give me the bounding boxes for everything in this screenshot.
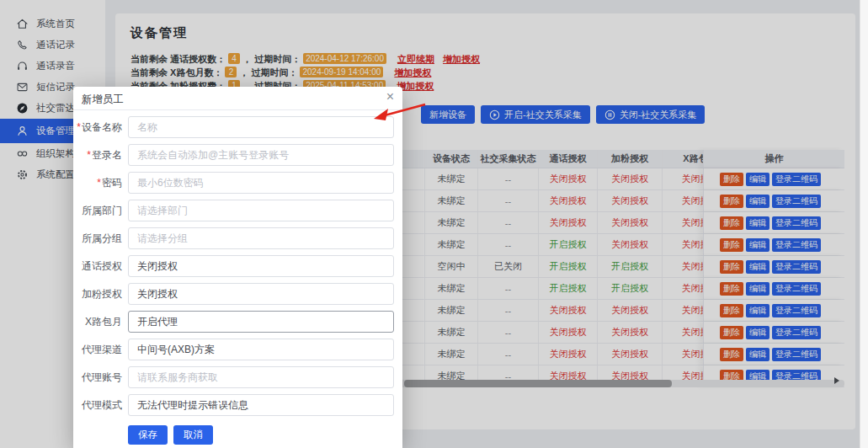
modal-field-row: 代理渠道中间号(AXB)方案 xyxy=(73,339,402,360)
field-label-text: 登录名 xyxy=(92,149,122,161)
field-input-5[interactable]: 请选择分组 xyxy=(128,227,394,249)
field-input-11[interactable]: 无法代理时提示错误信息 xyxy=(128,394,394,416)
field-label: X路包月 xyxy=(73,311,122,333)
modal-footer: 保存 取消 xyxy=(128,425,213,445)
field-label: 加粉授权 xyxy=(73,283,122,305)
field-input-9[interactable]: 中间号(AXB)方案 xyxy=(128,339,394,360)
field-label: *设备名称 xyxy=(73,116,122,138)
field-input-1[interactable]: 名称 xyxy=(128,116,394,138)
field-input-7[interactable]: 关闭授权 xyxy=(128,283,394,305)
cancel-button[interactable]: 取消 xyxy=(173,425,213,445)
field-label: 通话授权 xyxy=(73,255,122,277)
field-label: 所属部门 xyxy=(73,200,122,221)
field-label-text: 所属分组 xyxy=(82,232,122,244)
required-star-icon: * xyxy=(77,121,81,133)
modal-field-row: 代理账号请联系服务商获取 xyxy=(73,366,402,388)
app-window: 系统首页通话记录通话录音短信记录社交雷达设备管理组织架构系统配置 设备管理 当前… xyxy=(0,0,868,448)
field-label-text: X路包月 xyxy=(85,316,122,328)
field-label-text: 设备名称 xyxy=(82,121,122,133)
field-label-text: 所属部门 xyxy=(82,205,122,216)
field-label-text: 密码 xyxy=(102,177,122,189)
field-input-4[interactable]: 请选择部门 xyxy=(128,200,394,221)
modal-field-row: 代理模式无法代理时提示错误信息 xyxy=(73,394,402,416)
required-star-icon: * xyxy=(87,149,91,161)
modal-field-row: *密码最小6位数密码 xyxy=(73,172,402,194)
field-label-text: 通话授权 xyxy=(82,260,122,272)
save-button[interactable]: 保存 xyxy=(128,425,168,445)
field-label: *登录名 xyxy=(73,144,122,166)
field-input-6[interactable]: 关闭授权 xyxy=(128,255,394,277)
modal-field-row: 所属分组请选择分组 xyxy=(73,227,402,249)
window-scrollbar-gutter[interactable] xyxy=(860,0,868,448)
modal-field-row: *设备名称名称 xyxy=(73,116,402,138)
field-input-3[interactable]: 最小6位数密码 xyxy=(128,172,394,194)
field-label-text: 代理账号 xyxy=(82,371,122,383)
field-input-8[interactable]: 开启代理 xyxy=(128,311,394,333)
field-label-text: 代理渠道 xyxy=(82,344,122,355)
field-label: 代理账号 xyxy=(73,366,122,388)
modal-title: 新增员工 xyxy=(82,93,124,107)
field-label: 所属分组 xyxy=(73,227,122,249)
close-icon[interactable]: × xyxy=(386,89,394,104)
modal-field-row: 所属部门请选择部门 xyxy=(73,200,402,221)
field-label: 代理模式 xyxy=(73,394,122,416)
add-employee-modal: 新增员工 × *设备名称名称*登录名系统会自动添加@主账号登录账号*密码最小6位… xyxy=(73,87,402,448)
modal-field-row: *登录名系统会自动添加@主账号登录账号 xyxy=(73,144,402,166)
modal-field-row: X路包月开启代理 xyxy=(73,311,402,333)
field-label: 代理渠道 xyxy=(73,339,122,360)
modal-header: 新增员工 × xyxy=(73,87,402,110)
required-star-icon: * xyxy=(97,177,101,189)
field-label: *密码 xyxy=(73,172,122,194)
modal-field-row: 通话授权关闭授权 xyxy=(73,255,402,277)
modal-field-row: 加粉授权关闭授权 xyxy=(73,283,402,305)
field-input-10[interactable]: 请联系服务商获取 xyxy=(128,366,394,388)
field-input-2[interactable]: 系统会自动添加@主账号登录账号 xyxy=(128,144,394,166)
field-label-text: 加粉授权 xyxy=(82,288,122,300)
field-label-text: 代理模式 xyxy=(82,399,122,411)
